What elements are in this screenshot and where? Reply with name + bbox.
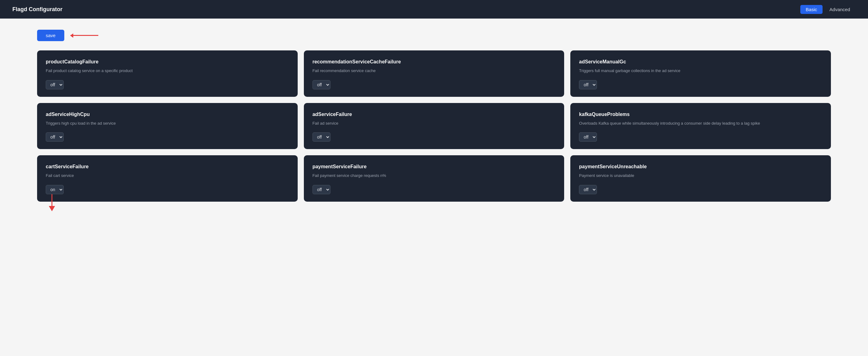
card-desc-adServiceFailure: Fail ad service [312, 120, 556, 126]
card-desc-adServiceManualGc: Triggers full manual garbage collections… [579, 68, 822, 74]
feature-card-productCatalogFailure: productCatalogFailure Fail product catal… [37, 51, 298, 97]
card-select-wrap-adServiceFailure: offon [312, 132, 556, 142]
state-select-paymentServiceFailure[interactable]: offon [312, 185, 331, 194]
state-select-cartServiceFailure[interactable]: offon [46, 185, 64, 194]
card-select-wrap-adServiceHighCpu: offon [46, 132, 289, 142]
arrow-line [70, 35, 98, 36]
advanced-toggle-button[interactable]: Advanced [824, 5, 856, 14]
card-desc-cartServiceFailure: Fail cart service [46, 173, 289, 179]
feature-card-cartServiceFailure: cartServiceFailure Fail cart service off… [37, 155, 298, 202]
down-arrow-svg [47, 194, 66, 214]
card-select-wrap-kafkaQueueProblems: offon [579, 132, 822, 142]
card-title-paymentServiceFailure: paymentServiceFailure [312, 164, 556, 170]
state-select-paymentServiceUnreachable[interactable]: offon [579, 185, 597, 194]
card-title-adServiceFailure: adServiceFailure [312, 112, 556, 117]
feature-card-adServiceManualGc: adServiceManualGc Triggers full manual g… [570, 51, 831, 97]
feature-card-paymentServiceFailure: paymentServiceFailure Fail payment servi… [304, 155, 564, 202]
feature-card-kafkaQueueProblems: kafkaQueueProblems Overloads Kafka queue… [570, 103, 831, 149]
card-select-wrap-paymentServiceUnreachable: offon [579, 185, 822, 194]
card-select-wrap-recommendationServiceCacheFailure: offon [312, 80, 556, 89]
state-select-recommendationServiceCacheFailure[interactable]: offon [312, 80, 331, 89]
save-area: save [37, 30, 831, 41]
card-title-adServiceHighCpu: adServiceHighCpu [46, 112, 289, 117]
card-desc-adServiceHighCpu: Triggers high cpu load in the ad service [46, 120, 289, 126]
card-title-cartServiceFailure: cartServiceFailure [46, 164, 289, 170]
card-desc-productCatalogFailure: Fail product catalog service on a specif… [46, 68, 289, 74]
feature-card-recommendationServiceCacheFailure: recommendationServiceCacheFailure Fail r… [304, 51, 564, 97]
card-desc-paymentServiceUnreachable: Payment service is unavailable [579, 173, 822, 179]
card-select-wrap-cartServiceFailure: offon [46, 185, 289, 194]
feature-card-adServiceHighCpu: adServiceHighCpu Triggers high cpu load … [37, 103, 298, 149]
cards-grid: productCatalogFailure Fail product catal… [37, 51, 831, 202]
card-title-kafkaQueueProblems: kafkaQueueProblems [579, 112, 822, 117]
card-desc-paymentServiceFailure: Fail payment service charge requests n% [312, 173, 556, 179]
state-select-adServiceFailure[interactable]: offon [312, 132, 331, 142]
view-toggle: Basic Advanced [800, 5, 856, 14]
save-button[interactable]: save [37, 30, 64, 41]
card-select-wrap-adServiceManualGc: offon [579, 80, 822, 89]
state-select-kafkaQueueProblems[interactable]: offon [579, 132, 597, 142]
state-select-productCatalogFailure[interactable]: offon [46, 80, 64, 89]
card-title-paymentServiceUnreachable: paymentServiceUnreachable [579, 164, 822, 170]
app-title: Flagd Configurator [12, 6, 62, 13]
svg-marker-1 [49, 206, 55, 211]
card-title-productCatalogFailure: productCatalogFailure [46, 59, 289, 65]
card-title-recommendationServiceCacheFailure: recommendationServiceCacheFailure [312, 59, 556, 65]
state-select-adServiceHighCpu[interactable]: offon [46, 132, 64, 142]
card-title-adServiceManualGc: adServiceManualGc [579, 59, 822, 65]
card-select-wrap-paymentServiceFailure: offon [312, 185, 556, 194]
basic-toggle-button[interactable]: Basic [800, 5, 823, 14]
card-desc-recommendationServiceCacheFailure: Fail recommendation service cache [312, 68, 556, 74]
main-content: save productCatalogFailure Fail product … [0, 19, 868, 213]
save-arrow-indicator [70, 35, 98, 36]
app-header: Flagd Configurator Basic Advanced [0, 0, 868, 19]
state-select-adServiceManualGc[interactable]: offon [579, 80, 597, 89]
card-desc-kafkaQueueProblems: Overloads Kafka queue while simultaneous… [579, 120, 822, 126]
card-select-wrap-productCatalogFailure: offon [46, 80, 289, 89]
feature-card-paymentServiceUnreachable: paymentServiceUnreachable Payment servic… [570, 155, 831, 202]
feature-card-adServiceFailure: adServiceFailure Fail ad service offon [304, 103, 564, 149]
